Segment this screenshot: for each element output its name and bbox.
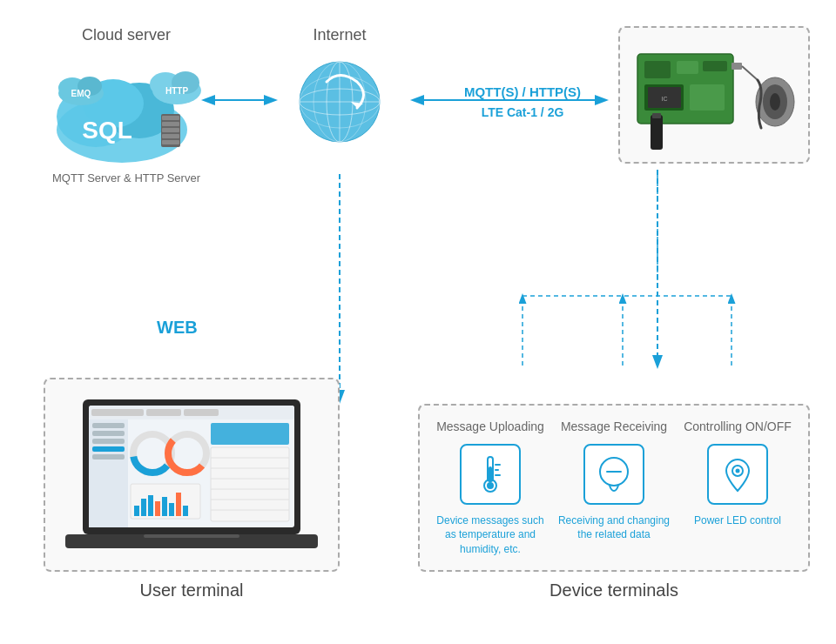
pin-icon (716, 453, 759, 496)
svg-rect-61 (92, 439, 125, 444)
controlling-desc: Power LED control (681, 513, 794, 528)
svg-rect-77 (211, 423, 289, 445)
svg-rect-27 (162, 140, 179, 144)
device-hardware-box: IC (618, 26, 810, 164)
receiving-desc: Receiving and changing the related data (557, 513, 671, 543)
svg-rect-23 (162, 116, 179, 120)
user-terminal-section: User terminal (44, 378, 340, 600)
iot-device-section: IC (618, 26, 810, 164)
svg-text:IC: IC (662, 96, 668, 102)
controlling-icon-box (707, 444, 768, 505)
svg-point-97 (736, 468, 740, 473)
svg-rect-59 (92, 423, 125, 428)
uploading-title: Message Uploading (434, 419, 547, 434)
web-label: WEB (157, 318, 198, 338)
terminal-item-receiving: Message Receiving Receiving and changing… (557, 419, 671, 542)
cloud-icon: SQL HTTP EMQ (39, 51, 213, 164)
thermometer-icon (473, 453, 508, 496)
globe-icon (292, 51, 388, 147)
svg-rect-86 (144, 534, 239, 538)
receiving-title: Message Receiving (557, 419, 671, 434)
svg-rect-72 (155, 501, 160, 516)
svg-rect-76 (183, 506, 188, 516)
svg-rect-51 (652, 113, 661, 118)
svg-text:EMQ: EMQ (71, 89, 91, 98)
diagram: Cloud server SQL HTTP EMQ (0, 0, 836, 644)
uploading-icon-box (460, 444, 521, 505)
svg-rect-70 (141, 499, 146, 516)
device-terminals-box: Message Uploading (418, 404, 810, 572)
svg-rect-24 (162, 122, 179, 126)
user-terminal-label: User terminal (44, 580, 340, 600)
svg-point-89 (487, 482, 494, 489)
terminal-item-uploading: Message Uploading (434, 419, 547, 557)
svg-rect-63 (92, 454, 125, 460)
laptop-svg (61, 392, 322, 553)
svg-rect-45 (732, 63, 742, 70)
terminal-item-controlling: Controlling ON/OFF Power LED control (681, 419, 794, 527)
protocol-line2: LTE Cat-1 / 2G (482, 105, 564, 119)
svg-text:HTTP: HTTP (165, 86, 188, 96)
svg-line-49 (742, 66, 758, 80)
svg-rect-75 (176, 493, 181, 516)
svg-rect-39 (677, 61, 698, 74)
protocol-label: MQTT(S) / HTTP(S) LTE Cat-1 / 2G (444, 83, 601, 122)
controlling-title: Controlling ON/OFF (681, 419, 794, 434)
message-icon (592, 453, 636, 496)
svg-rect-56 (146, 409, 181, 416)
user-terminal-box (44, 378, 340, 572)
svg-rect-38 (644, 61, 671, 78)
svg-rect-42 (690, 84, 725, 111)
internet-title: Internet (270, 26, 409, 44)
device-terminals-label: Device terminals (418, 580, 810, 600)
svg-text:SQL: SQL (82, 117, 132, 144)
svg-rect-57 (184, 409, 219, 416)
svg-rect-74 (169, 503, 174, 516)
uploading-desc: Device messages such as temperature and … (434, 513, 547, 557)
internet-section: Internet (270, 26, 409, 151)
protocol-line1: MQTT(S) / HTTP(S) (464, 84, 581, 99)
svg-rect-60 (92, 431, 125, 436)
svg-rect-71 (148, 495, 153, 516)
svg-rect-40 (703, 61, 727, 71)
cloud-server-subtitle: MQTT Server & HTTP Server (26, 171, 226, 184)
svg-rect-90 (489, 466, 492, 482)
terminals-inner: Message Uploading (428, 419, 799, 557)
cloud-server-section: Cloud server SQL HTTP EMQ (26, 26, 226, 184)
svg-rect-25 (162, 128, 179, 132)
svg-rect-26 (162, 134, 179, 138)
svg-rect-62 (92, 446, 125, 452)
receiving-icon-box (583, 444, 644, 505)
svg-rect-69 (134, 506, 139, 516)
cloud-server-title: Cloud server (26, 26, 226, 44)
svg-rect-73 (162, 497, 167, 516)
hardware-svg: IC (629, 37, 803, 150)
device-terminals-section: Message Uploading (418, 404, 810, 600)
svg-rect-55 (91, 409, 144, 416)
svg-rect-50 (651, 115, 663, 150)
svg-point-48 (770, 93, 780, 111)
